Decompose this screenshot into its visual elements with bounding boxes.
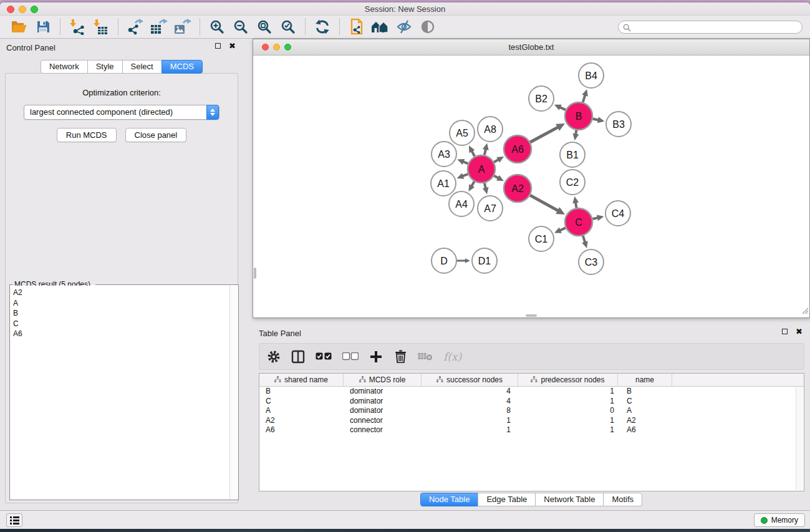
- table-cell[interactable]: 1: [518, 416, 618, 426]
- table-cell[interactable]: dominator: [344, 397, 422, 407]
- delete-table-icon[interactable]: [418, 349, 433, 364]
- graph-edge-C-C2[interactable]: [576, 202, 576, 208]
- tab-network-table[interactable]: Network Table: [535, 493, 604, 506]
- graph-edge-A-A1[interactable]: [463, 174, 468, 176]
- zoom-selected-icon[interactable]: [278, 17, 298, 36]
- column-header-shared-name[interactable]: shared name: [259, 374, 344, 386]
- graph-node-C[interactable]: C: [565, 208, 592, 236]
- table-row[interactable]: A6connector11A6: [259, 425, 804, 435]
- graph-node-A6[interactable]: A6: [504, 135, 531, 163]
- tab-motifs[interactable]: Motifs: [603, 493, 642, 506]
- zoom-out-icon[interactable]: [231, 17, 251, 36]
- split-columns-icon[interactable]: [291, 349, 305, 364]
- graph-edge-B-B4[interactable]: [583, 95, 586, 102]
- import-table-icon[interactable]: [91, 17, 111, 36]
- table-row[interactable]: Bdominator41B: [259, 387, 804, 397]
- graph-node-A7[interactable]: A7: [478, 196, 503, 221]
- export-image-icon[interactable]: [173, 17, 193, 36]
- graph-edge-A-A2[interactable]: [494, 176, 498, 178]
- table-cell[interactable]: dominator: [344, 406, 422, 416]
- graph-node-D[interactable]: D: [432, 248, 456, 273]
- table-cell[interactable]: 4: [422, 397, 518, 407]
- mcds-result-item[interactable]: A6: [13, 329, 227, 339]
- graph-node-A1[interactable]: A1: [431, 171, 456, 196]
- table-cell[interactable]: 4: [422, 387, 518, 397]
- criterion-dropdown[interactable]: largest connected component (directed): [24, 105, 219, 120]
- function-builder-icon[interactable]: f(x): [443, 349, 461, 364]
- tab-mcds[interactable]: MCDS: [162, 60, 203, 74]
- zoom-fit-icon[interactable]: [254, 17, 274, 36]
- graph-node-B4[interactable]: B4: [579, 63, 604, 88]
- graph-node-A5[interactable]: A5: [450, 120, 475, 145]
- deselect-all-checkboxes-icon[interactable]: [342, 349, 359, 364]
- first-neighbors-icon[interactable]: [370, 17, 390, 36]
- table-cell[interactable]: A6: [259, 425, 344, 435]
- close-table-panel-icon[interactable]: ✖: [796, 329, 803, 334]
- table-row[interactable]: Adominator80A: [259, 406, 804, 416]
- table-cell[interactable]: 1: [518, 397, 618, 407]
- graph-edge-C-C1[interactable]: [560, 228, 566, 230]
- table-cell[interactable]: A2: [618, 416, 672, 426]
- float-table-panel-icon[interactable]: [782, 329, 788, 334]
- table-cell[interactable]: connector: [344, 425, 422, 435]
- graph-node-B2[interactable]: B2: [529, 86, 554, 111]
- column-header-MCDS-role[interactable]: MCDS role: [344, 374, 422, 386]
- graph-edge-B-B2[interactable]: [560, 107, 566, 110]
- graph-node-C1[interactable]: C1: [529, 226, 554, 251]
- graph-edge-A-A7[interactable]: [485, 183, 486, 188]
- graph-node-C3[interactable]: C3: [579, 249, 604, 274]
- graph-node-B1[interactable]: B1: [560, 142, 585, 167]
- table-cell[interactable]: 1: [422, 425, 518, 435]
- column-header-successor-nodes[interactable]: successor nodes: [422, 374, 518, 386]
- graph-edge-A-A6[interactable]: [494, 160, 498, 162]
- graph-node-D1[interactable]: D1: [472, 248, 497, 273]
- table-cell[interactable]: B: [259, 387, 344, 397]
- close-panel-icon[interactable]: ✖: [229, 43, 236, 49]
- zoom-in-icon[interactable]: [207, 17, 227, 36]
- close-panel-button[interactable]: Close panel: [125, 128, 187, 142]
- graph-edge-C-C3[interactable]: [583, 236, 585, 243]
- column-header-name[interactable]: name: [618, 374, 672, 386]
- select-all-checkboxes-icon[interactable]: [316, 349, 332, 364]
- run-mcds-button[interactable]: Run MCDS: [57, 128, 117, 142]
- import-network-icon[interactable]: [67, 17, 87, 36]
- graph-node-A4[interactable]: A4: [449, 191, 474, 216]
- graph-edge-A-A5[interactable]: [471, 151, 475, 157]
- settings-gear-icon[interactable]: [267, 349, 281, 364]
- canvas-vertical-scrollbar[interactable]: [254, 268, 256, 279]
- task-history-button[interactable]: [6, 513, 22, 527]
- export-network-icon[interactable]: [125, 17, 145, 36]
- column-header-predecessor-nodes[interactable]: predecessor nodes: [518, 374, 618, 386]
- delete-column-trash-icon[interactable]: [393, 349, 407, 364]
- graph-node-C4[interactable]: C4: [605, 201, 630, 226]
- table-cell[interactable]: connector: [344, 416, 422, 426]
- graph-edge-A6-B[interactable]: [530, 127, 558, 142]
- table-cell[interactable]: C: [618, 397, 672, 407]
- table-cell[interactable]: A: [618, 406, 672, 416]
- table-cell[interactable]: A2: [259, 416, 344, 426]
- graph-node-A2[interactable]: A2: [504, 175, 531, 202]
- memory-button[interactable]: Memory: [754, 513, 805, 527]
- graph-node-A3[interactable]: A3: [432, 142, 456, 167]
- graph-edge-B-B3[interactable]: [593, 119, 599, 120]
- mcds-result-list[interactable]: A2ABCA6: [11, 286, 229, 499]
- mcds-result-item[interactable]: B: [13, 308, 227, 319]
- search-input[interactable]: [618, 21, 803, 34]
- table-scrollbar[interactable]: [796, 387, 803, 490]
- graph-edge-A-A4[interactable]: [471, 181, 474, 186]
- tab-node-table[interactable]: Node Table: [420, 493, 479, 506]
- graph-edge-A-A3[interactable]: [463, 162, 468, 163]
- new-network-from-selection-icon[interactable]: [347, 17, 367, 36]
- table-cell[interactable]: 1: [518, 425, 618, 435]
- table-cell[interactable]: 8: [422, 406, 518, 416]
- graph-edge-B-B1[interactable]: [576, 130, 576, 135]
- open-file-icon[interactable]: [9, 17, 29, 36]
- graph-node-A[interactable]: A: [468, 155, 495, 183]
- result-scrollbar[interactable]: [229, 286, 238, 499]
- graph-edge-C-C4[interactable]: [592, 218, 598, 219]
- tab-edge-table[interactable]: Edge Table: [478, 493, 536, 506]
- table-cell[interactable]: B: [618, 387, 672, 397]
- graph-node-A8[interactable]: A8: [478, 117, 503, 142]
- table-cell[interactable]: 1: [518, 387, 618, 397]
- table-cell[interactable]: dominator: [344, 387, 422, 397]
